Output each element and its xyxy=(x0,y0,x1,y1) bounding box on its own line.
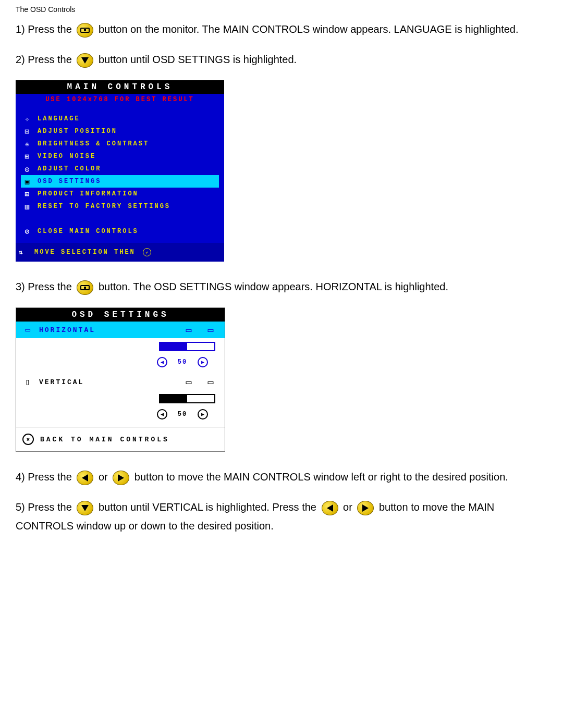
svg-marker-5 xyxy=(362,504,369,512)
step-4-text-a: 4) Press the xyxy=(16,471,75,483)
menu-item-label: BRIGHTNESS & CONTRAST xyxy=(33,140,149,147)
main-menu-item-0[interactable]: ✧LANGUAGE xyxy=(21,113,219,125)
horizontal-bar-row xyxy=(16,338,225,355)
horizontal-left-icon: ▭ xyxy=(181,324,197,336)
left-button-icon xyxy=(77,471,93,485)
step-3: 3) Press the button. The OSD SETTINGS wi… xyxy=(16,277,547,296)
vertical-left-arrow-icon[interactable]: ◀ xyxy=(157,409,167,419)
main-menu-item-4[interactable]: ◎ADJUST COLOR xyxy=(21,163,219,175)
page-header: The OSD Controls xyxy=(16,0,547,17)
main-menu-item-2[interactable]: ✳BRIGHTNESS & CONTRAST xyxy=(21,138,219,150)
menu-item-label: OSD SETTINGS xyxy=(33,178,101,185)
vertical-top-icon: ▭ xyxy=(181,376,197,388)
menu-item-label: VIDEO NOISE xyxy=(33,153,96,160)
osd-settings-title: OSD SETTINGS xyxy=(16,308,225,322)
vertical-right-arrow-icon[interactable]: ▶ xyxy=(198,409,208,419)
horizontal-label: HORIZONTAL xyxy=(39,326,175,334)
footer-text: MOVE SELECTION THEN xyxy=(34,249,136,256)
svg-marker-1 xyxy=(82,474,88,482)
menu-item-label: ADJUST POSITION xyxy=(33,128,117,135)
step-3-text-b: button. The OSD SETTINGS window appears.… xyxy=(99,281,448,292)
step-5: 5) Press the button until VERTICAL is hi… xyxy=(16,498,547,535)
close-icon: ⊘ xyxy=(21,227,33,236)
vertical-bar xyxy=(159,394,215,403)
vertical-value: 50 xyxy=(175,411,190,418)
main-controls-panel: MAIN CONTROLS USE 1024x768 FOR BEST RESU… xyxy=(16,80,224,262)
vertical-bottom-icon: ▭ xyxy=(203,376,218,388)
step-2-text-b: button until OSD SETTINGS is highlighted… xyxy=(99,54,297,65)
horizontal-right-arrow-icon[interactable]: ▶ xyxy=(198,357,208,367)
footer-ok-icon: ✔ xyxy=(143,248,151,256)
main-menu-item-1[interactable]: ⊡ADJUST POSITION xyxy=(21,125,219,138)
vertical-bar-row xyxy=(16,390,225,407)
menu-item-label: RESET TO FACTORY SETTINGS xyxy=(33,203,170,210)
menu-item-icon: ✳ xyxy=(21,140,33,149)
step-2-text-a: 2) Press the xyxy=(16,54,75,65)
menu-item-icon: ⊡ xyxy=(21,127,33,136)
osd-horizontal-row[interactable]: ▭ HORIZONTAL ▭ ▭ xyxy=(16,322,225,338)
main-menu-item-7[interactable]: ▥RESET TO FACTORY SETTINGS xyxy=(21,200,219,213)
vertical-icon: ▯ xyxy=(22,377,33,387)
vertical-value-row: ◀ 50 ▶ xyxy=(16,407,225,422)
right-button-icon xyxy=(113,471,129,485)
horizontal-right-icon: ▭ xyxy=(203,324,218,336)
main-menu-item-3[interactable]: ⊞VIDEO NOISE xyxy=(21,150,219,163)
svg-marker-2 xyxy=(118,474,124,482)
step-2: 2) Press the button until OSD SETTINGS i… xyxy=(16,50,547,69)
back-icon: ✖ xyxy=(22,434,34,445)
svg-marker-4 xyxy=(327,504,333,512)
right-button-icon xyxy=(357,501,374,515)
step-1-text-a: 1) Press the xyxy=(16,23,75,35)
close-label: CLOSE MAIN CONTROLS xyxy=(33,228,139,235)
menu-item-label: ADJUST COLOR xyxy=(33,165,101,172)
main-controls-hint: USE 1024x768 FOR BEST RESULT xyxy=(16,94,224,105)
svg-marker-3 xyxy=(81,505,89,511)
menu-item-icon: ✧ xyxy=(21,115,33,124)
svg-marker-0 xyxy=(81,57,89,64)
ok-button-icon xyxy=(77,23,93,38)
step-1: 1) Press the button on the monitor. The … xyxy=(16,20,547,39)
menu-item-label: LANGUAGE xyxy=(33,115,80,122)
ok-button-icon xyxy=(77,280,93,295)
horizontal-bar xyxy=(159,342,215,351)
down-button-icon xyxy=(77,501,93,515)
main-menu-item-5[interactable]: ▣OSD SETTINGS xyxy=(21,175,219,188)
main-menu-close[interactable]: ⊘CLOSE MAIN CONTROLS xyxy=(21,225,219,238)
menu-item-icon: ▣ xyxy=(21,177,33,186)
menu-item-label: PRODUCT INFORMATION xyxy=(33,190,139,198)
step-4-text-c: button to move the MAIN CONTROLS window … xyxy=(134,471,508,483)
step-1-text-b: button on the monitor. The MAIN CONTROLS… xyxy=(99,23,519,35)
horizontal-left-arrow-icon[interactable]: ◀ xyxy=(157,357,167,367)
main-controls-title: MAIN CONTROLS xyxy=(16,80,224,94)
menu-item-icon: ▥ xyxy=(21,202,33,211)
left-button-icon xyxy=(322,501,338,515)
menu-item-icon: ⊞ xyxy=(21,190,33,199)
step-5-text-c: or xyxy=(343,501,355,513)
step-5-text-b: button until VERTICAL is highlighted. Pr… xyxy=(99,501,320,513)
step-5-text-a: 5) Press the xyxy=(16,501,75,513)
horizontal-value: 50 xyxy=(175,359,190,366)
menu-item-icon: ◎ xyxy=(21,165,33,174)
down-button-icon xyxy=(77,53,93,68)
horizontal-icon: ▭ xyxy=(22,325,33,335)
horizontal-value-row: ◀ 50 ▶ xyxy=(16,355,225,369)
menu-item-icon: ⊞ xyxy=(21,152,33,161)
footer-updown-icon: ⇅ xyxy=(19,249,34,256)
osd-settings-panel: OSD SETTINGS ▭ HORIZONTAL ▭ ▭ ◀ 50 ▶ ▯ V… xyxy=(16,307,225,452)
osd-vertical-row[interactable]: ▯ VERTICAL ▭ ▭ xyxy=(16,374,225,390)
vertical-label: VERTICAL xyxy=(39,378,175,386)
step-3-text-a: 3) Press the xyxy=(16,281,75,292)
main-controls-footer: ⇅ MOVE SELECTION THEN ✔ xyxy=(16,243,224,262)
main-menu-item-6[interactable]: ⊞PRODUCT INFORMATION xyxy=(21,188,219,200)
osd-back-row[interactable]: ✖ BACK TO MAIN CONTROLS xyxy=(16,427,225,451)
osd-back-label: BACK TO MAIN CONTROLS xyxy=(40,436,169,443)
step-4-text-b: or xyxy=(99,471,111,483)
page-footer: file:///E|/Potomac/english/140S/osd/osd_… xyxy=(16,547,547,728)
step-4: 4) Press the or button to move the MAIN … xyxy=(16,467,547,486)
